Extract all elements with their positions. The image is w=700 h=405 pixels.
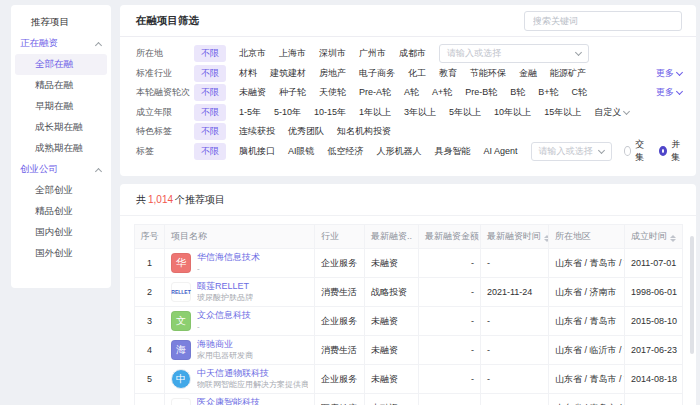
filter-option[interactable]: 化工 — [408, 65, 426, 82]
table-row[interactable]: 2 RELLET 颐莲RELLET 玻尿酸护肤品牌 消费生活 战略投 — [135, 278, 683, 307]
sidebar-item-domestic-startups[interactable]: 国内创业 — [15, 222, 107, 243]
table-row[interactable]: 3 文 文众信息科技 - 企业服务 未融资 — [135, 307, 683, 336]
filter-option[interactable]: 1年以上 — [359, 104, 391, 121]
round-more-button[interactable]: 更多 — [656, 86, 682, 99]
radio-icon — [624, 146, 631, 156]
filter-option[interactable]: 优秀团队 — [288, 123, 324, 140]
sidebar: 推荐项目 正在融资 全部在融 精品在融 早期在融 成长期在融 成熟期在融 创业公… — [11, 5, 111, 288]
filter-option[interactable]: 未融资 — [239, 84, 266, 101]
filter-option[interactable]: 5年以上 — [449, 104, 481, 121]
filter-option[interactable]: 种子轮 — [279, 84, 306, 101]
sidebar-group-startups[interactable]: 创业公司 — [11, 159, 111, 180]
filter-option[interactable]: 10-15年 — [314, 104, 346, 121]
col-latest-amount[interactable]: 最新融资金额 — [419, 225, 481, 249]
filter-option[interactable]: 教育 — [439, 65, 457, 82]
table-row[interactable]: 5 中 中天信通物联科技 物联网智能应用解决方案提供商 企业服务 未 — [135, 365, 683, 394]
filter-option[interactable]: Pre-B轮 — [465, 84, 497, 101]
radio-union[interactable]: 并集 — [659, 138, 682, 164]
filter-option[interactable]: 能源矿产 — [550, 65, 586, 82]
project-subtitle: - — [197, 322, 251, 332]
filter-option[interactable]: 人形机器人 — [377, 143, 422, 160]
filter-option[interactable]: 材料 — [239, 65, 257, 82]
filter-option[interactable]: 金融 — [519, 65, 537, 82]
filter-option[interactable]: 脑机接口 — [239, 143, 275, 160]
table-row[interactable]: 6 医众康 医众康智能科技 24小时智能便民租赁服务平台 医疗健康 — [135, 394, 683, 405]
sidebar-item-all-financing[interactable]: 全部在融 — [15, 54, 107, 75]
filter-option[interactable]: Pre-A轮 — [359, 84, 391, 101]
sidebar-item-mature-financing[interactable]: 成熟期在融 — [15, 138, 107, 159]
sidebar-item-label: 国外创业 — [35, 247, 73, 260]
filter-option[interactable]: 天使轮 — [319, 84, 346, 101]
sort-icon[interactable] — [544, 235, 549, 242]
sidebar-item-featured-financing[interactable]: 精品在融 — [15, 75, 107, 96]
filter-option[interactable]: 低空经济 — [328, 143, 364, 160]
cell-industry: 消费生活 — [315, 278, 365, 307]
filter-label: 标准行业 — [136, 67, 194, 80]
filter-option[interactable]: 3年以上 — [404, 104, 436, 121]
project-subtitle: 家用电器研发商 — [197, 351, 253, 361]
col-latest-time[interactable]: 最新融资时间 — [481, 225, 549, 249]
filter-option[interactable]: 不限 — [194, 45, 226, 62]
filter-option[interactable]: 不限 — [194, 143, 226, 160]
filter-option[interactable]: 不限 — [194, 104, 226, 121]
radio-intersection[interactable]: 交集 — [624, 138, 647, 164]
filter-option[interactable]: 具身智能 — [435, 143, 471, 160]
filter-option[interactable]: 广州市 — [359, 45, 386, 62]
filter-option[interactable]: 10年以上 — [494, 104, 531, 121]
cell-latest-round: 未融资 — [365, 365, 419, 394]
sidebar-item-recommended[interactable]: 推荐项目 — [11, 12, 111, 33]
sidebar-group-financing[interactable]: 正在融资 — [11, 33, 111, 54]
filter-option[interactable]: B+轮 — [538, 84, 558, 101]
filter-option[interactable]: 知名机构投资 — [337, 123, 391, 140]
filter-option[interactable]: 电子商务 — [359, 65, 395, 82]
filter-row-industry: 标准行业 不限材料建筑建材房地产电子商务化工教育节能环保金融能源矿产 更多 — [136, 64, 682, 84]
project-name-link[interactable]: 海驰商业 — [197, 339, 253, 350]
location-select[interactable]: 请输入或选择 — [439, 44, 589, 63]
sidebar-item-early-financing[interactable]: 早期在融 — [15, 96, 107, 117]
project-name-link[interactable]: 华信海信息技术 — [197, 252, 260, 263]
sidebar-item-overseas-startups[interactable]: 国外创业 — [15, 243, 107, 264]
filter-option[interactable]: A轮 — [404, 84, 419, 101]
project-name-link[interactable]: 中天信通物联科技 — [197, 368, 308, 379]
filter-option[interactable]: B轮 — [510, 84, 525, 101]
filter-option[interactable]: 15年以上 — [544, 104, 581, 121]
filter-option[interactable]: A+轮 — [432, 84, 452, 101]
cell-latest-round: 未融资 — [365, 249, 419, 278]
filter-label: 所在地 — [136, 47, 194, 60]
col-founded[interactable]: 成立时间 — [625, 225, 683, 249]
filter-row-tags: 标签 不限脑机接口AI眼镜低空经济人形机器人具身智能AI Agent 请输入或选… — [136, 142, 682, 162]
custom-age-button[interactable]: 自定义 — [594, 106, 629, 119]
table-row[interactable]: 4 海 海驰商业 家用电器研发商 消费生活 未融资 — [135, 336, 683, 365]
cell-industry: 医疗健康 — [315, 394, 365, 405]
filter-option[interactable]: 不限 — [194, 123, 226, 140]
project-name-link[interactable]: 文众信息科技 — [197, 310, 251, 321]
filter-option[interactable]: 上海市 — [279, 45, 306, 62]
filter-option[interactable]: AI眼镜 — [288, 143, 315, 160]
filter-option[interactable]: C轮 — [572, 84, 588, 101]
sidebar-item-growth-financing[interactable]: 成长期在融 — [15, 117, 107, 138]
sidebar-item-featured-startups[interactable]: 精品创业 — [15, 201, 107, 222]
filter-option[interactable]: 北京市 — [239, 45, 266, 62]
cell-latest-round: 未融资 — [365, 336, 419, 365]
filter-option[interactable]: 不限 — [194, 84, 226, 101]
project-name-link[interactable]: 医众康智能科技 — [197, 397, 302, 405]
filter-option[interactable]: 连续获投 — [239, 123, 275, 140]
industry-more-button[interactable]: 更多 — [656, 67, 682, 80]
sort-icon[interactable] — [670, 235, 676, 242]
table-row[interactable]: 1 华 华信海信息技术 - 企业服务 未融资 — [135, 249, 683, 278]
filter-option[interactable]: AI Agent — [484, 144, 518, 158]
tags-select[interactable]: 请输入或选择 — [531, 142, 612, 161]
filter-option[interactable]: 房地产 — [319, 65, 346, 82]
cell-latest-round: 未融资 — [365, 394, 419, 405]
filter-option[interactable]: 成都市 — [399, 45, 426, 62]
filter-option[interactable]: 5-10年 — [274, 104, 301, 121]
sidebar-item-all-startups[interactable]: 全部创业 — [15, 180, 107, 201]
project-name-link[interactable]: 颐莲RELLET — [197, 281, 253, 292]
filter-option[interactable]: 建筑建材 — [270, 65, 306, 82]
filter-option[interactable]: 1-5年 — [239, 104, 261, 121]
table-scrollbar[interactable] — [690, 236, 694, 354]
filter-option[interactable]: 节能环保 — [470, 65, 506, 82]
search-input[interactable] — [524, 11, 682, 31]
filter-option[interactable]: 深圳市 — [319, 45, 346, 62]
filter-option[interactable]: 不限 — [194, 65, 226, 82]
